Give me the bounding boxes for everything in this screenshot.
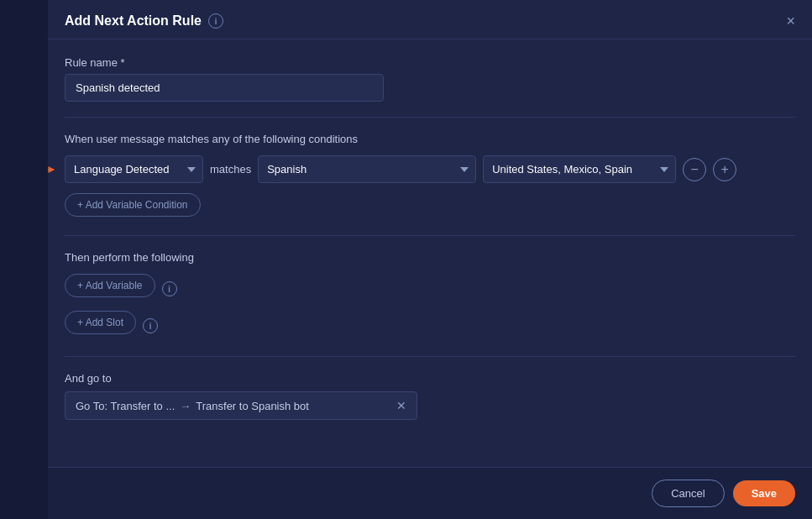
go-to-label: And go to bbox=[65, 372, 795, 385]
cancel-button[interactable]: Cancel bbox=[652, 480, 724, 507]
modal-title: Add Next Action Rule bbox=[65, 13, 202, 29]
go-to-field[interactable]: Go To: Transfer to ... → Transfer to Spa… bbox=[65, 391, 417, 420]
go-to-section: And go to Go To: Transfer to ... → Trans… bbox=[65, 372, 795, 420]
save-button[interactable]: Save bbox=[733, 480, 795, 506]
modal-footer: Cancel Save bbox=[48, 467, 812, 519]
rule-name-section: Rule name * bbox=[65, 56, 795, 102]
go-to-arrow-icon: → bbox=[180, 400, 191, 412]
rule-name-input[interactable] bbox=[65, 74, 384, 102]
modal-close-button[interactable]: × bbox=[786, 13, 795, 29]
countries-select[interactable]: United States, Mexico, Spain bbox=[483, 155, 676, 183]
go-to-close-button[interactable]: ✕ bbox=[396, 399, 406, 412]
minus-icon: − bbox=[690, 163, 698, 176]
remove-condition-button[interactable]: − bbox=[683, 158, 706, 181]
go-to-destination: Transfer to Spanish bot bbox=[196, 400, 309, 412]
plus-icon: + bbox=[720, 163, 728, 176]
perform-label: Then perform the following bbox=[65, 251, 795, 264]
divider-2 bbox=[65, 235, 795, 236]
modal-header: Add Next Action Rule i × bbox=[48, 0, 812, 39]
divider-3 bbox=[65, 356, 795, 357]
spanish-select[interactable]: Spanish bbox=[258, 155, 476, 183]
left-sidebar bbox=[0, 0, 48, 519]
add-condition-button[interactable]: + bbox=[713, 158, 736, 181]
rule-name-label: Rule name * bbox=[65, 56, 795, 69]
add-variable-button[interactable]: + Add Variable bbox=[65, 274, 155, 297]
matches-text: matches bbox=[210, 163, 251, 176]
modal-info-icon[interactable]: i bbox=[208, 13, 223, 29]
perform-section: Then perform the following + Add Variabl… bbox=[65, 251, 795, 341]
add-slot-row: + Add Slot i bbox=[65, 311, 795, 341]
add-slot-button[interactable]: + Add Slot bbox=[65, 311, 136, 334]
modal-header-left: Add Next Action Rule i bbox=[65, 13, 223, 29]
modal-body: Rule name * When user message matches an… bbox=[48, 39, 812, 467]
arrow-indicator bbox=[48, 161, 56, 178]
add-variable-info-icon[interactable]: i bbox=[162, 281, 177, 296]
add-slot-label: + Add Slot bbox=[77, 317, 123, 328]
add-variable-row: + Add Variable i bbox=[65, 274, 795, 304]
add-slot-info-icon[interactable]: i bbox=[143, 318, 158, 333]
go-to-prefix: Go To: Transfer to ... bbox=[76, 400, 175, 412]
language-detected-select[interactable]: Language Detected bbox=[65, 155, 203, 183]
condition-row: Language Detected matches Spanish United… bbox=[65, 155, 795, 183]
modal-container: Add Next Action Rule i × Rule name * Whe… bbox=[48, 0, 812, 519]
divider-1 bbox=[65, 117, 795, 118]
conditions-section: When user message matches any of the fol… bbox=[65, 133, 795, 220]
svg-marker-1 bbox=[48, 166, 55, 173]
go-to-text: Go To: Transfer to ... → Transfer to Spa… bbox=[76, 400, 309, 412]
conditions-label: When user message matches any of the fol… bbox=[65, 133, 795, 145]
add-variable-condition-button[interactable]: + Add Variable Condition bbox=[65, 193, 201, 217]
add-variable-label: + Add Variable bbox=[77, 280, 143, 291]
